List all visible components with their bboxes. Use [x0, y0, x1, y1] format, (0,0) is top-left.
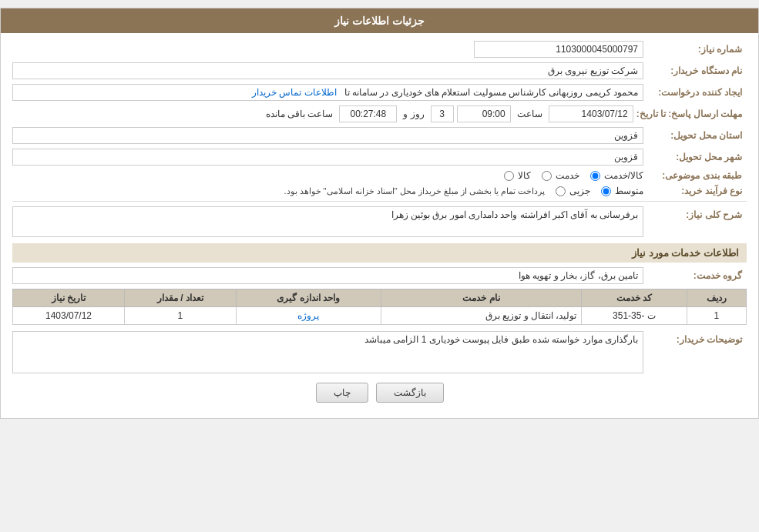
col-date: تاریخ نیاز — [13, 289, 125, 307]
province-value: قزوین — [12, 127, 643, 144]
button-row: بازگشت چاپ — [12, 383, 747, 403]
process-group: جزیی متوسط — [554, 186, 643, 196]
services-table: ردیف کد خدمت نام خدمت واحد اندازه گیری ت… — [12, 289, 747, 325]
category-khedmat-label: خدمت — [556, 170, 579, 181]
col-name: نام خدمت — [381, 289, 582, 307]
buyer-notes-label: توضیحات خریدار: — [646, 331, 747, 345]
city-label: شهر محل تحویل: — [646, 152, 747, 162]
col-code: کد خدمت — [582, 289, 687, 307]
creator-field: محمود کریمی روزبهانی کارشناس مسولیت استع… — [12, 84, 643, 101]
deadline-remaining-label: ساعت باقی مانده — [263, 109, 337, 119]
deadline-date: 1403/07/12 — [549, 105, 633, 122]
need-desc-row: شرح کلی نیاز: برفرسانی به آقای اکبر افرا… — [12, 206, 747, 237]
category-kala-khedmat-radio[interactable] — [590, 171, 600, 181]
col-unit: واحد اندازه گیری — [236, 289, 381, 307]
category-kala-label: کالا — [518, 170, 531, 181]
need-desc-value: برفرسانی به آقای اکبر افراشته واحد دامدا… — [12, 206, 643, 237]
service-group-label: گروه خدمت: — [646, 270, 747, 281]
city-row: شهر محل تحویل: قزوین — [12, 149, 747, 166]
cell-qty: 1 — [125, 307, 237, 325]
process-row: نوع فرآیند خرید: جزیی متوسط پرداخت تمام … — [12, 186, 747, 196]
creator-row: ایجاد کننده درخواست: محمود کریمی روزبهان… — [12, 84, 747, 101]
cell-date: 1403/07/12 — [13, 307, 125, 325]
category-kala[interactable]: کالا — [502, 170, 531, 181]
deadline-time-label: ساعت — [514, 109, 546, 119]
process-jozi-label: جزیی — [569, 186, 590, 196]
col-row: ردیف — [687, 289, 746, 307]
category-kala-radio[interactable] — [504, 171, 514, 181]
buyer-org-value: شرکت توزیع نیروی برق — [12, 62, 643, 79]
cell-name: تولید، انتقال و توزیع برق — [381, 307, 582, 325]
process-label: نوع فرآیند خرید: — [646, 186, 747, 196]
category-khedmat[interactable]: خدمت — [540, 170, 579, 181]
category-kala-khedmat[interactable]: کالا/خدمت — [589, 170, 643, 181]
need-number-value: 1103000045000797 — [474, 41, 643, 58]
process-note: پرداخت تمام یا بخشی از مبلغ خریداز محل "… — [284, 186, 545, 196]
process-motavaset-label: متوسط — [615, 186, 643, 196]
category-khedmat-radio[interactable] — [542, 171, 552, 181]
category-label: طبقه بندی موضوعی: — [646, 170, 747, 181]
cell-code: ت -35-351 — [582, 307, 687, 325]
table-row: 1 ت -35-351 تولید، انتقال و توزیع برق پر… — [13, 307, 747, 325]
city-value: قزوین — [12, 149, 643, 166]
deadline-days: 3 — [431, 105, 454, 122]
service-group-row: گروه خدمت: تامین برق، گاز، بخار و تهویه … — [12, 267, 747, 284]
need-number-label: شماره نیاز: — [646, 44, 747, 55]
province-label: استان محل تحویل: — [646, 130, 747, 141]
creator-value: محمود کریمی روزبهانی کارشناس مسولیت استع… — [344, 87, 638, 98]
buyer-notes-value: بارگذاری موارد خواسته شده طبق فایل پیوست… — [12, 331, 643, 373]
deadline-label: مهلت ارسال پاسخ: تا تاریخ: — [636, 109, 747, 119]
need-number-row: شماره نیاز: 1103000045000797 — [12, 41, 747, 58]
province-row: استان محل تحویل: قزوین — [12, 127, 747, 144]
services-header: اطلاعات خدمات مورد نیاز — [12, 243, 747, 263]
buyer-org-row: نام دستگاه خریدار: شرکت توزیع نیروی برق — [12, 62, 747, 79]
process-jozi[interactable]: جزیی — [554, 186, 590, 196]
process-motavaset-radio[interactable] — [601, 186, 611, 196]
page-title: جزئیات اطلاعات نیاز — [1, 8, 758, 33]
buyer-notes-row: توضیحات خریدار: بارگذاری موارد خواسته شد… — [12, 331, 747, 373]
cell-unit: پروژه — [236, 307, 381, 325]
print-button[interactable]: چاپ — [316, 383, 368, 403]
process-jozi-radio[interactable] — [556, 186, 566, 196]
category-row: طبقه بندی موضوعی: کالا خدمت کالا/خدمت — [12, 170, 747, 181]
deadline-time: 09:00 — [457, 105, 511, 122]
deadline-row: مهلت ارسال پاسخ: تا تاریخ: 1403/07/12 سا… — [12, 105, 747, 122]
creator-contact-link[interactable]: اطلاعات تماس خریدار — [252, 87, 337, 98]
process-motavaset[interactable]: متوسط — [599, 186, 643, 196]
deadline-remaining: 00:27:48 — [339, 105, 397, 122]
creator-label: ایجاد کننده درخواست: — [646, 87, 747, 98]
service-group-value: تامین برق، گاز، بخار و تهویه هوا — [12, 267, 643, 284]
col-qty: تعداد / مقدار — [125, 289, 237, 307]
back-button[interactable]: بازگشت — [376, 383, 444, 403]
category-group: کالا خدمت کالا/خدمت — [502, 170, 643, 181]
cell-row: 1 — [687, 307, 746, 325]
category-kala-khedmat-label: کالا/خدمت — [604, 170, 643, 181]
buyer-org-label: نام دستگاه خریدار: — [646, 65, 747, 76]
deadline-days-label: روز و — [400, 109, 427, 119]
need-desc-label: شرح کلی نیاز: — [646, 206, 747, 220]
